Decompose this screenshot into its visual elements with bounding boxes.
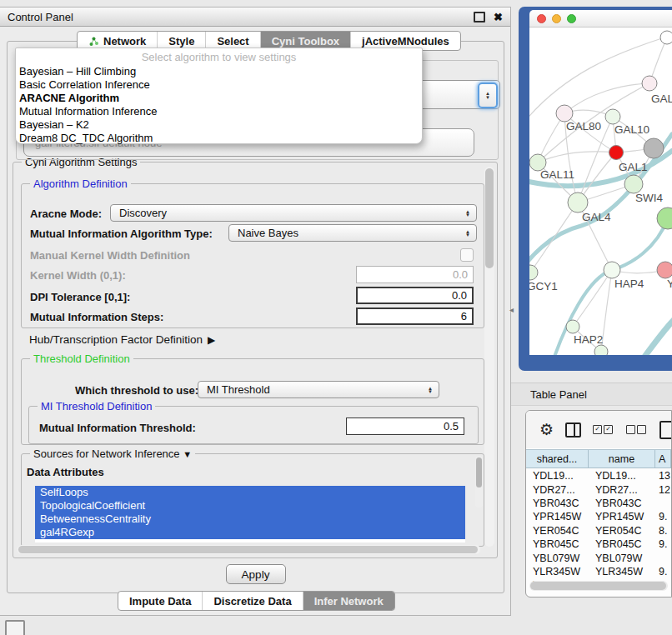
settings-horizontal-scrollbar[interactable] <box>18 545 480 554</box>
docked-panel-icon[interactable] <box>5 620 25 635</box>
table-cell: YER054C <box>589 525 655 537</box>
network-edge[interactable] <box>538 152 616 162</box>
network-edge[interactable] <box>554 218 668 355</box>
network-node-label: GAL4 <box>582 211 611 223</box>
close-traffic-light[interactable] <box>537 14 546 23</box>
tab-label: Select <box>217 35 248 48</box>
network-canvas[interactable]: GALGAL80GAL10GAL1GAL11SWI4GAL4GCY1HAP4YH… <box>529 28 672 355</box>
network-node[interactable] <box>566 320 579 333</box>
table-row[interactable]: YDR27...YDR27...12 <box>526 482 671 496</box>
bottom-tab-infer-network[interactable]: Infer Network <box>303 592 394 610</box>
aracne-mode-combobox[interactable]: Discovery ▲▼ <box>110 204 477 222</box>
apply-button[interactable]: Apply <box>226 564 286 584</box>
network-view-window: GALGAL80GAL10GAL1GAL11SWI4GAL4GCY1HAP4YH… <box>519 7 672 371</box>
scrollbar-thumb[interactable] <box>476 458 482 488</box>
algorithm-option[interactable]: ARACNE Algorithm <box>16 92 422 105</box>
table-cell: YLR345W <box>589 566 655 578</box>
network-node-label: GAL80 <box>566 120 601 132</box>
hub-expander[interactable]: Hub/Transcription Factor Definition▶ <box>29 333 215 346</box>
network-canvas-svg[interactable]: GALGAL80GAL10GAL1GAL11SWI4GAL4GCY1HAP4YH… <box>529 28 672 355</box>
mi-threshold-value: 0.5 <box>444 420 459 432</box>
minimize-traffic-light[interactable] <box>552 14 561 23</box>
network-node[interactable] <box>609 146 624 160</box>
table-cell: YDL19... <box>589 470 655 482</box>
attribute-list-item[interactable]: SelfLoops <box>35 486 465 499</box>
table-row[interactable]: YLR345WYLR345W9. <box>526 565 671 578</box>
attribute-list-item[interactable]: BetweennessCentrality <box>35 512 465 526</box>
network-edge[interactable] <box>530 202 578 272</box>
column-header[interactable]: shared... <box>526 450 589 468</box>
network-node[interactable] <box>604 262 620 278</box>
zoom-traffic-light[interactable] <box>567 14 576 23</box>
column-header[interactable]: name <box>589 450 655 468</box>
table-row[interactable]: YBR045CYBR045C9. <box>526 538 671 551</box>
split-divider-arrow[interactable]: ◂ <box>509 305 514 314</box>
table-row[interactable]: YBR043CYBR043C <box>526 497 671 510</box>
attributes-scrollbar[interactable] <box>475 456 483 508</box>
bottom-tab-discretize-data[interactable]: Discretize Data <box>203 592 303 610</box>
algorithm-option[interactable]: Bayesian – K2 <box>16 118 422 132</box>
network-edge[interactable] <box>564 83 649 113</box>
network-window-titlebar[interactable] <box>529 10 672 28</box>
dpi-tolerance-field[interactable]: 0.0 <box>356 287 474 304</box>
mi-type-combobox[interactable]: Naive Bayes ▲▼ <box>228 224 477 242</box>
network-node[interactable] <box>605 109 620 124</box>
network-node-label: SWI4 <box>635 192 663 204</box>
attribute-list-item[interactable]: TopologicalCoefficient <box>35 499 465 512</box>
network-node[interactable] <box>657 262 672 278</box>
hub-expander-label: Hub/Transcription Factor Definition <box>29 333 203 346</box>
table-row[interactable]: YDL19...YDL19...13 <box>526 469 671 482</box>
manual-kernel-checkbox[interactable] <box>460 248 474 262</box>
combo-spinner-focused[interactable]: ▲▼ <box>478 82 498 108</box>
bottom-tab-impute-data[interactable]: Impute Data <box>118 592 203 610</box>
gear-icon[interactable]: ⚙ <box>539 422 554 438</box>
algorithm-option[interactable]: Bayesian – Hill Climbing <box>16 65 422 78</box>
close-icon[interactable]: ✖ <box>494 12 503 22</box>
algorithm-option[interactable]: Basic Correlation Inference <box>16 78 422 92</box>
algorithm-option[interactable]: Dream8 DC_TDC Algorithm <box>16 132 422 145</box>
network-node[interactable] <box>529 265 538 280</box>
scrollbar-thumb[interactable] <box>485 168 494 268</box>
network-node[interactable] <box>657 208 672 229</box>
network-node[interactable] <box>568 192 588 212</box>
settings-vertical-scrollbar[interactable] <box>484 167 494 547</box>
float-window-icon[interactable] <box>474 12 485 22</box>
columns-icon[interactable] <box>565 422 581 438</box>
mi-threshold-field[interactable]: 0.5 <box>346 418 464 435</box>
table-row[interactable]: YPR145WYPR145W9. <box>526 510 671 523</box>
network-node[interactable] <box>660 31 672 44</box>
network-edge[interactable] <box>644 319 672 355</box>
column-header[interactable]: A <box>655 450 671 468</box>
kernel-width-field[interactable]: 0.0 <box>356 266 474 283</box>
sources-title[interactable]: Sources for Network Inference ▼ <box>30 448 195 460</box>
network-node-label: GAL1 <box>619 161 648 173</box>
which-threshold-combobox[interactable]: MI Threshold ▲▼ <box>198 381 439 398</box>
new-table-icon[interactable] <box>659 421 672 439</box>
network-node[interactable] <box>594 345 608 355</box>
table-cell: 13 <box>655 470 671 482</box>
scrollbar-thumb[interactable] <box>530 582 666 590</box>
network-node[interactable] <box>624 175 643 193</box>
which-threshold-value: MI Threshold <box>207 383 270 396</box>
table-row[interactable]: YER054CYER054C8. <box>526 524 671 538</box>
tab-label: Network <box>103 35 146 48</box>
algorithm-option[interactable]: Mutual Information Inference <box>16 105 422 118</box>
tab-label: Infer Network <box>314 595 384 608</box>
threshold-definition-group: Threshold Definition Which threshold to … <box>21 358 484 445</box>
table-body: YDL19...YDL19...13YDR27...YDR27...12YBR0… <box>526 469 671 597</box>
network-node[interactable] <box>642 76 657 91</box>
scrollbar-thumb[interactable] <box>18 546 478 553</box>
data-attributes-list[interactable]: SelfLoopsTopologicalCoefficientBetweenne… <box>35 486 465 542</box>
deselect-all-icon[interactable] <box>626 425 648 434</box>
network-node[interactable] <box>644 138 664 158</box>
table-row[interactable]: YBL079WYBL079W <box>526 551 671 564</box>
data-attributes-label: Data Attributes <box>27 466 104 478</box>
select-all-icon[interactable]: ✓✓ <box>593 425 614 434</box>
tab-label: Impute Data <box>129 595 191 608</box>
network-node[interactable] <box>556 105 573 122</box>
attribute-list-item[interactable]: gal4RGexp <box>35 526 465 539</box>
mi-steps-field[interactable]: 6 <box>356 308 474 325</box>
network-edge[interactable] <box>573 270 612 327</box>
table-cell: YDR27... <box>526 484 589 496</box>
table-horizontal-scrollbar[interactable] <box>529 581 668 591</box>
